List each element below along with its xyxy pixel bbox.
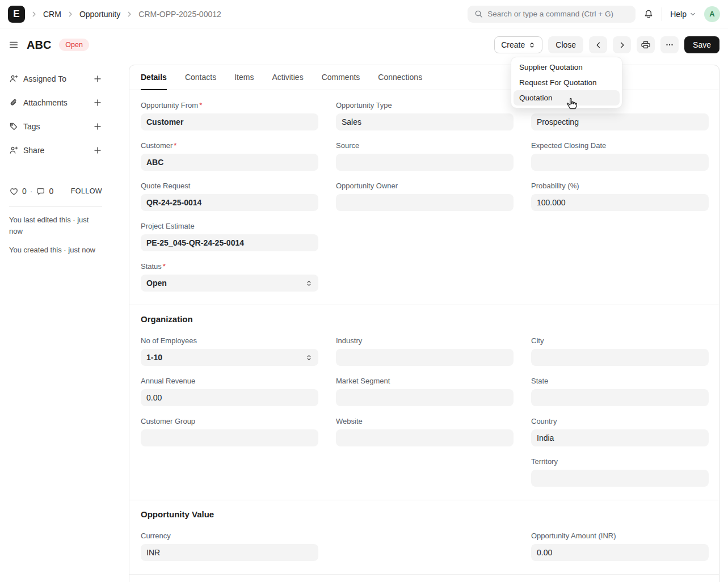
field-currency: Currency INR xyxy=(141,532,318,561)
sidebar-item-share[interactable]: Share xyxy=(9,144,102,157)
tab-details[interactable]: Details xyxy=(141,65,167,90)
breadcrumb: E CRM Opportunity CRM-OPP-2025-00012 xyxy=(8,6,221,23)
industry-input[interactable] xyxy=(336,349,514,366)
source-input[interactable] xyxy=(336,154,514,171)
form-card: Details Contacts Items Activities Commen… xyxy=(129,65,719,582)
navbar-actions: Help A xyxy=(468,6,720,23)
field-status: Status* Open xyxy=(141,262,318,292)
like-group: 0 · 0 xyxy=(9,187,53,196)
breadcrumb-opportunity[interactable]: Opportunity xyxy=(79,10,120,19)
sidebar-item-tags[interactable]: Tags xyxy=(9,120,102,133)
opportunity-owner-input[interactable] xyxy=(336,194,514,211)
field-label: Probability (%) xyxy=(531,182,579,191)
share-icon xyxy=(9,146,18,155)
field-label: Industry xyxy=(336,336,362,345)
print-button[interactable] xyxy=(637,36,655,53)
customer-group-input[interactable] xyxy=(141,429,318,446)
probability-input[interactable]: 100.000 xyxy=(531,194,709,211)
next-record-button[interactable] xyxy=(613,36,631,53)
global-search[interactable] xyxy=(468,6,636,23)
more-options-button[interactable] xyxy=(660,36,679,53)
country-input[interactable]: India xyxy=(531,429,709,446)
add-attachment-button[interactable] xyxy=(93,98,102,107)
territory-input[interactable] xyxy=(531,470,709,487)
section-details: Opportunity From* Customer Customer* ABC… xyxy=(141,101,708,302)
customer-input[interactable]: ABC xyxy=(141,154,318,171)
section-divider xyxy=(129,305,719,305)
previous-record-button[interactable] xyxy=(589,36,607,53)
comment-icon[interactable] xyxy=(36,187,45,196)
heart-icon[interactable] xyxy=(9,187,19,196)
no-of-employees-select[interactable]: 1-10 xyxy=(141,349,318,366)
field-source: Source xyxy=(336,141,514,171)
field-annual-revenue: Annual Revenue 0.00 xyxy=(141,377,318,406)
create-button[interactable]: Create xyxy=(494,36,542,53)
state-input[interactable] xyxy=(531,389,709,406)
tab-bar: Details Contacts Items Activities Commen… xyxy=(129,65,719,90)
opportunity-from-input[interactable]: Customer xyxy=(141,113,318,130)
field-country: Country India xyxy=(531,417,709,446)
likes-count[interactable]: 0 xyxy=(22,187,27,196)
field-label: Customer Group xyxy=(141,417,195,426)
user-avatar[interactable]: A xyxy=(704,6,720,22)
tab-connections[interactable]: Connections xyxy=(378,65,422,90)
page-header-left: ABC Open xyxy=(9,39,89,52)
paperclip-icon xyxy=(9,98,18,107)
add-share-button[interactable] xyxy=(93,146,102,155)
expected-closing-date-input[interactable] xyxy=(531,154,709,171)
selector-chevrons-icon xyxy=(305,280,313,287)
notifications-button[interactable] xyxy=(643,9,654,19)
comments-count[interactable]: 0 xyxy=(49,187,53,196)
opportunity-type-input[interactable]: Sales xyxy=(336,113,514,130)
currency-input[interactable]: INR xyxy=(141,544,318,561)
sidebar-item-assigned-to[interactable]: Assigned To xyxy=(9,72,102,86)
field-label: Opportunity Type xyxy=(336,101,392,110)
field-opportunity-type: Opportunity Type Sales xyxy=(336,101,514,130)
sales-stage-input[interactable]: Prospecting xyxy=(531,113,709,130)
add-tag-button[interactable] xyxy=(93,122,102,131)
field-label: Country xyxy=(531,417,557,426)
field-label: Source xyxy=(336,141,359,150)
field-website: Website xyxy=(336,417,514,446)
add-assignment-button[interactable] xyxy=(93,74,102,83)
tab-contacts[interactable]: Contacts xyxy=(185,65,216,90)
save-button[interactable]: Save xyxy=(684,36,719,53)
annual-revenue-input[interactable]: 0.00 xyxy=(141,389,318,406)
section-opportunity-value: Currency INR Opportunity Amount (INR) 0.… xyxy=(141,532,708,572)
project-estimate-input[interactable]: PE-25_045-QR-24-25-0014 xyxy=(141,234,318,251)
search-input[interactable] xyxy=(487,10,629,18)
required-marker: * xyxy=(163,262,166,271)
website-input[interactable] xyxy=(336,429,514,446)
tab-items[interactable]: Items xyxy=(234,65,254,90)
sidebar-item-label: Assigned To xyxy=(23,74,66,83)
field-customer-group: Customer Group xyxy=(141,417,318,446)
menu-item-request-for-quotation[interactable]: Request For Quotation xyxy=(514,75,620,90)
close-button[interactable]: Close xyxy=(548,36,583,53)
page-header-actions: Create Close Save xyxy=(494,36,719,53)
sidebar-item-attachments[interactable]: Attachments xyxy=(9,96,102,109)
help-menu[interactable]: Help xyxy=(670,10,696,19)
tab-comments[interactable]: Comments xyxy=(322,65,360,90)
last-edited-note: You last edited this · just now xyxy=(9,214,102,237)
field-customer: Customer* ABC xyxy=(141,141,318,171)
chevron-right-icon xyxy=(30,10,38,18)
section-divider xyxy=(129,574,719,575)
city-input[interactable] xyxy=(531,349,709,366)
opportunity-amount-input[interactable]: 0.00 xyxy=(531,544,709,561)
market-segment-input[interactable] xyxy=(336,389,514,406)
page-title: ABC xyxy=(27,39,51,52)
status-select[interactable]: Open xyxy=(141,275,318,292)
section-heading-organization: Organization xyxy=(141,314,708,324)
menu-item-supplier-quotation[interactable]: Supplier Quotation xyxy=(514,60,620,75)
chevron-right-icon xyxy=(618,41,626,49)
field-market-segment: Market Segment xyxy=(336,377,514,406)
tab-activities[interactable]: Activities xyxy=(272,65,303,90)
follow-button[interactable]: FOLLOW xyxy=(71,187,102,195)
sidebar-item-label: Attachments xyxy=(23,98,68,107)
quote-request-input[interactable]: QR-24-25-0014 xyxy=(141,194,318,211)
breadcrumb-crm[interactable]: CRM xyxy=(43,10,61,19)
field-opportunity-amount: Opportunity Amount (INR) 0.00 xyxy=(531,532,709,561)
field-expected-closing-date: Expected Closing Date xyxy=(531,141,709,171)
sidebar-toggle-button[interactable] xyxy=(9,40,19,50)
erpnext-logo[interactable]: E xyxy=(8,6,25,23)
